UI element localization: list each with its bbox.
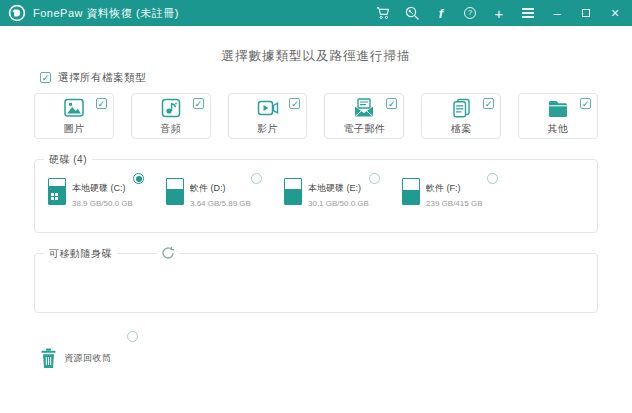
facebook-icon[interactable]: f — [434, 6, 448, 20]
removable-drive-panel: 可移動隨身碟 — [34, 253, 598, 313]
minimize-icon[interactable]: – — [550, 6, 564, 20]
plus-icon[interactable]: + — [492, 6, 506, 20]
file-type-label: 圖片 — [63, 122, 84, 136]
select-all-checkbox[interactable]: ✓ — [40, 72, 51, 83]
fonepaw-logo-icon — [8, 4, 26, 22]
file-type-card-email[interactable]: ✓ 電子郵件 — [324, 93, 404, 139]
page-title: 選擇數據類型以及路徑進行掃描 — [34, 48, 598, 65]
drive-radio-d[interactable] — [251, 173, 262, 184]
help-icon[interactable]: ? — [463, 6, 477, 20]
drive-icon — [48, 178, 66, 205]
video-icon — [256, 97, 280, 120]
drive-text: 本地硬碟 (C:) 38.9 GB/50.0 GB — [72, 178, 133, 208]
file-type-card-video[interactable]: ✓ 影片 — [228, 93, 308, 139]
recycle-bin-label: 資源回收筒 — [64, 352, 112, 365]
audio-checkbox[interactable]: ✓ — [193, 98, 204, 109]
maximize-box — [582, 9, 590, 17]
file-type-label: 其他 — [548, 122, 569, 136]
recycle-bin-main: 資源回收筒 — [40, 348, 112, 369]
drive-capacity: 239 GB/415 GB — [426, 199, 482, 208]
drive-icon — [402, 178, 420, 205]
main-content: 選擇數據類型以及路徑進行掃描 ✓ 選擇所有檔案類型 ✓ 圖片 ✓ — [0, 48, 632, 369]
hard-disk-panel: 硬碟 (4) 本地硬碟 (C:) 38.9 GB/50.0 GB — [34, 159, 598, 233]
drives-row: 本地硬碟 (C:) 38.9 GB/50.0 GB 軟件 (D:) 3.64 G… — [35, 160, 597, 208]
image-icon — [62, 97, 86, 120]
recycle-bin-radio[interactable] — [127, 331, 138, 342]
trash-icon — [40, 348, 57, 369]
refresh-icon[interactable] — [157, 246, 179, 260]
app-window: FonePaw 資料恢復 (未註冊) f ? — [0, 0, 632, 413]
document-icon — [450, 97, 472, 120]
window-title: FonePaw 資料恢復 (未註冊) — [33, 6, 179, 21]
titlebar-actions: f ? + – × — [376, 6, 622, 20]
register-key-icon[interactable] — [405, 6, 419, 20]
close-icon[interactable]: × — [608, 6, 622, 20]
hard-disk-legend: 硬碟 (4) — [44, 153, 92, 167]
drive-name: 軟件 (F:) — [426, 182, 482, 195]
document-checkbox[interactable]: ✓ — [483, 98, 494, 109]
other-checkbox[interactable]: ✓ — [580, 98, 591, 109]
titlebar: FonePaw 資料恢復 (未註冊) f ? — [0, 0, 632, 26]
removable-drive-legend: 可移動隨身碟 — [44, 247, 117, 261]
drive-name: 本地硬碟 (E:) — [308, 182, 369, 195]
cart-icon[interactable] — [376, 6, 390, 20]
drive-icon — [166, 178, 184, 205]
email-icon — [352, 97, 376, 120]
recycle-bin-row: 資源回收筒 — [34, 333, 598, 369]
file-type-card-documents[interactable]: ✓ 檔案 — [421, 93, 501, 139]
drive-text: 軟件 (D:) 3.64 GB/5.89 GB — [190, 178, 251, 208]
drive-item-f[interactable]: 軟件 (F:) 239 GB/415 GB — [402, 178, 498, 208]
menu-bars — [522, 8, 534, 18]
file-type-card-other[interactable]: ✓ 其他 — [518, 93, 598, 139]
file-type-cards: ✓ 圖片 ✓ — [34, 93, 598, 139]
drive-item-d[interactable]: 軟件 (D:) 3.64 GB/5.89 GB — [166, 178, 262, 208]
recycle-bin-item[interactable]: 資源回收筒 — [40, 333, 138, 369]
drive-capacity: 30.1 GB/50.0 GB — [308, 199, 369, 208]
drive-radio-e[interactable] — [369, 173, 380, 184]
maximize-icon[interactable] — [579, 6, 593, 20]
file-type-label: 影片 — [257, 122, 278, 136]
drive-name: 本地硬碟 (C:) — [72, 182, 133, 195]
drive-item-e[interactable]: 本地硬碟 (E:) 30.1 GB/50.0 GB — [284, 178, 380, 208]
file-type-label: 檔案 — [451, 122, 472, 136]
video-checkbox[interactable]: ✓ — [289, 98, 300, 109]
image-checkbox[interactable]: ✓ — [96, 98, 107, 109]
drive-radio-f[interactable] — [487, 173, 498, 184]
drive-icon — [284, 178, 302, 205]
email-checkbox[interactable]: ✓ — [386, 98, 397, 109]
drive-capacity: 3.64 GB/5.89 GB — [190, 199, 251, 208]
drive-item-c[interactable]: 本地硬碟 (C:) 38.9 GB/50.0 GB — [48, 178, 144, 208]
help-glyph: ? — [464, 7, 476, 19]
windows-logo-icon — [51, 193, 58, 200]
menu-icon[interactable] — [521, 6, 535, 20]
drive-capacity: 38.9 GB/50.0 GB — [72, 199, 133, 208]
file-type-card-images[interactable]: ✓ 圖片 — [34, 93, 114, 139]
file-type-label: 電子郵件 — [343, 122, 385, 136]
drive-text: 軟件 (F:) 239 GB/415 GB — [426, 178, 482, 208]
file-type-label: 音頻 — [160, 122, 181, 136]
file-type-card-audio[interactable]: ✓ 音頻 — [131, 93, 211, 139]
audio-icon — [160, 97, 182, 120]
select-all-row: ✓ 選擇所有檔案類型 — [34, 71, 598, 84]
drive-radio-c[interactable] — [133, 173, 144, 184]
folder-icon — [546, 97, 570, 120]
drive-text: 本地硬碟 (E:) 30.1 GB/50.0 GB — [308, 178, 369, 208]
select-all-label: 選擇所有檔案類型 — [58, 71, 146, 85]
drive-name: 軟件 (D:) — [190, 182, 251, 195]
